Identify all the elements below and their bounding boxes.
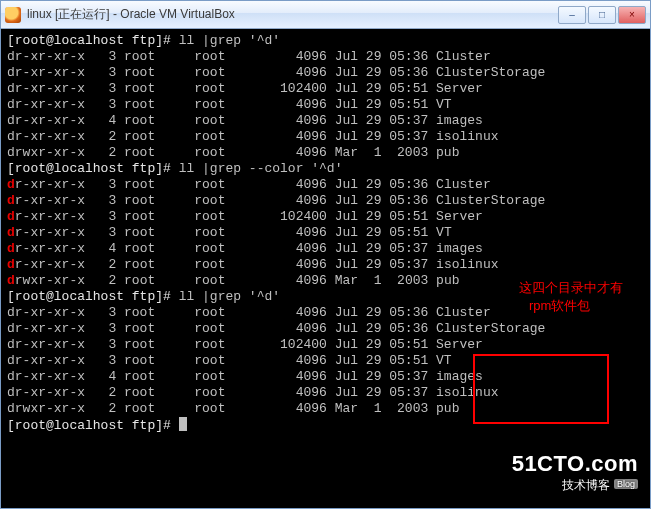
ls-row: dr-xr-xr-x 2 root root 4096 Jul 29 05:37… bbox=[7, 385, 644, 401]
ls-row: dr-xr-xr-x 4 root root 4096 Jul 29 05:37… bbox=[7, 113, 644, 129]
prompt-line: [root@localhost ftp]# ll |grep --color '… bbox=[7, 161, 644, 177]
ls-row: drwxr-xr-x 2 root root 4096 Mar 1 2003 p… bbox=[7, 401, 644, 417]
terminal[interactable]: [root@localhost ftp]# ll |grep '^d'dr-xr… bbox=[1, 29, 650, 508]
prompt-line: [root@localhost ftp]# ll |grep '^d' bbox=[7, 33, 644, 49]
ls-row: dr-xr-xr-x 3 root root 102400 Jul 29 05:… bbox=[7, 209, 644, 225]
ls-row: dr-xr-xr-x 3 root root 4096 Jul 29 05:36… bbox=[7, 177, 644, 193]
virtualbox-window: linux [正在运行] - Oracle VM VirtualBox – □ … bbox=[0, 0, 651, 509]
ls-row: dr-xr-xr-x 3 root root 4096 Jul 29 05:51… bbox=[7, 225, 644, 241]
close-button[interactable]: × bbox=[618, 6, 646, 24]
ls-row: dr-xr-xr-x 3 root root 4096 Jul 29 05:36… bbox=[7, 65, 644, 81]
prompt-line: [root@localhost ftp]# bbox=[7, 417, 644, 433]
virtualbox-icon bbox=[5, 7, 21, 23]
window-title: linux [正在运行] - Oracle VM VirtualBox bbox=[27, 6, 558, 23]
cursor bbox=[179, 417, 187, 431]
prompt-line: [root@localhost ftp]# ll |grep '^d' bbox=[7, 289, 644, 305]
maximize-button[interactable]: □ bbox=[588, 6, 616, 24]
ls-row: dr-xr-xr-x 3 root root 102400 Jul 29 05:… bbox=[7, 81, 644, 97]
ls-row: drwxr-xr-x 2 root root 4096 Mar 1 2003 p… bbox=[7, 273, 644, 289]
ls-row: dr-xr-xr-x 3 root root 4096 Jul 29 05:51… bbox=[7, 353, 644, 369]
ls-row: dr-xr-xr-x 3 root root 4096 Jul 29 05:51… bbox=[7, 97, 644, 113]
ls-row: dr-xr-xr-x 3 root root 4096 Jul 29 05:36… bbox=[7, 193, 644, 209]
minimize-button[interactable]: – bbox=[558, 6, 586, 24]
ls-row: dr-xr-xr-x 4 root root 4096 Jul 29 05:37… bbox=[7, 241, 644, 257]
ls-row: dr-xr-xr-x 3 root root 4096 Jul 29 05:36… bbox=[7, 321, 644, 337]
window-buttons: – □ × bbox=[558, 6, 646, 24]
titlebar[interactable]: linux [正在运行] - Oracle VM VirtualBox – □ … bbox=[1, 1, 650, 29]
ls-row: dr-xr-xr-x 3 root root 4096 Jul 29 05:36… bbox=[7, 305, 644, 321]
ls-row: drwxr-xr-x 2 root root 4096 Mar 1 2003 p… bbox=[7, 145, 644, 161]
ls-row: dr-xr-xr-x 2 root root 4096 Jul 29 05:37… bbox=[7, 129, 644, 145]
ls-row: dr-xr-xr-x 3 root root 102400 Jul 29 05:… bbox=[7, 337, 644, 353]
ls-row: dr-xr-xr-x 4 root root 4096 Jul 29 05:37… bbox=[7, 369, 644, 385]
ls-row: dr-xr-xr-x 3 root root 4096 Jul 29 05:36… bbox=[7, 49, 644, 65]
ls-row: dr-xr-xr-x 2 root root 4096 Jul 29 05:37… bbox=[7, 257, 644, 273]
